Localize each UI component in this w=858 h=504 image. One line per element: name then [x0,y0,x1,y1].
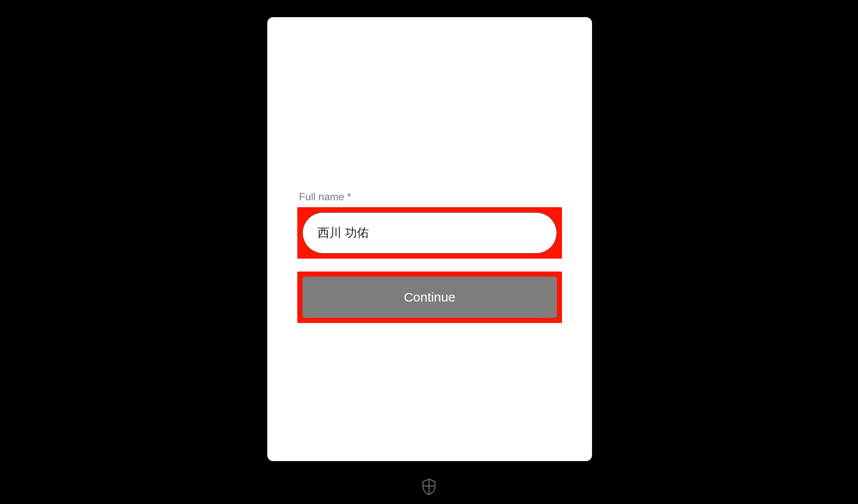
continue-highlight: Continue [297,272,562,323]
button-row: Continue [297,272,562,323]
shield-icon [420,478,438,495]
full-name-input[interactable] [302,212,557,254]
signup-card: Full name * Continue [267,17,592,461]
continue-button[interactable]: Continue [302,277,557,318]
shield-icon-svg [421,478,437,495]
full-name-highlight [297,207,562,259]
full-name-label: Full name * [297,191,562,203]
form-area: Full name * Continue [297,191,562,323]
